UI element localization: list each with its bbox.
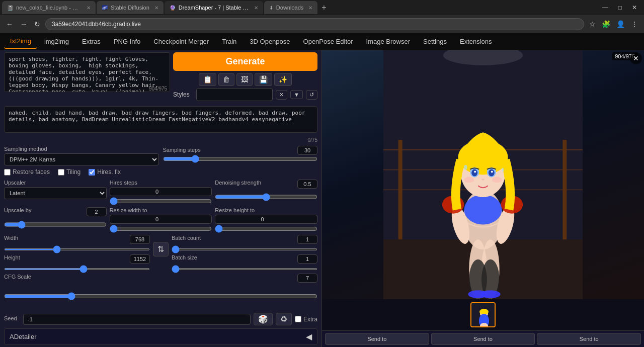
hires-steps-input[interactable] bbox=[110, 187, 212, 196]
apply-style-button[interactable]: ✨ bbox=[274, 73, 292, 86]
left-panel: 904/975 Generate 📋 🗑 🖼 💾 ✨ Styles ✕ ▼ ↺ bbox=[0, 50, 322, 347]
tab-close-colab[interactable]: ✕ bbox=[87, 5, 91, 11]
sampling-steps-slider[interactable] bbox=[163, 155, 318, 163]
paste-button[interactable]: 📋 bbox=[199, 73, 216, 86]
upscaler-group: Upscaler Latent bbox=[4, 180, 107, 205]
positive-prompt-input[interactable] bbox=[4, 52, 170, 92]
generate-button[interactable]: Generate bbox=[173, 52, 317, 71]
styles-input[interactable] bbox=[196, 88, 273, 101]
resize-width-slider[interactable] bbox=[110, 225, 212, 233]
swap-dimensions-button[interactable]: ⇅ bbox=[153, 242, 169, 256]
tab-icon-downloads: ⬇ bbox=[269, 5, 273, 11]
main-image-area: ✕ bbox=[322, 50, 644, 299]
menu-button[interactable]: ⋮ bbox=[629, 19, 640, 29]
nav-item-img2img[interactable]: img2img bbox=[38, 35, 75, 48]
width-slider[interactable] bbox=[4, 248, 150, 250]
sampling-steps-value: 30 bbox=[297, 146, 317, 155]
styles-dropdown-button[interactable]: ▼ bbox=[290, 90, 303, 99]
tiling-checkbox[interactable]: Tiling bbox=[58, 168, 80, 176]
upscaler-select[interactable]: Latent bbox=[4, 187, 107, 199]
nav-item-3dopenpose[interactable]: 3D Openpose bbox=[244, 35, 296, 48]
bookmark-button[interactable]: ☆ bbox=[587, 19, 598, 29]
tab-stable-diffusion[interactable]: 🌌 Stable Diffusion ✕ bbox=[97, 1, 164, 14]
seed-recycle-button[interactable]: ♻ bbox=[276, 313, 292, 325]
back-button[interactable]: ← bbox=[4, 19, 15, 29]
profile-button[interactable]: 👤 bbox=[614, 19, 627, 29]
extensions-button[interactable]: 🧩 bbox=[600, 19, 612, 29]
negative-prompt-counter: 0/75 bbox=[4, 137, 317, 143]
tab-close-dream[interactable]: ✕ bbox=[254, 5, 258, 11]
nav-item-settings[interactable]: Settings bbox=[417, 35, 453, 48]
style-save-button[interactable]: 💾 bbox=[255, 73, 272, 86]
generated-image-display bbox=[322, 50, 644, 299]
nav-item-checkpoint[interactable]: Checkpoint Merger bbox=[147, 35, 215, 48]
nav-item-train[interactable]: Train bbox=[216, 35, 243, 48]
positive-prompt-counter: 904/975 bbox=[149, 86, 167, 92]
hires-fix-checkbox[interactable]: Hires. fix bbox=[89, 168, 121, 176]
extra-networks-button[interactable]: 🖼 bbox=[236, 73, 253, 86]
batch-count-label: Batch count bbox=[172, 235, 201, 242]
negative-prompt-input[interactable] bbox=[4, 106, 317, 133]
thumbnail-1[interactable] bbox=[470, 302, 496, 327]
send-to-button-3[interactable]: Send to bbox=[537, 333, 641, 345]
sampling-steps-label: Sampling steps bbox=[163, 147, 201, 153]
hires-steps-slider[interactable] bbox=[110, 197, 212, 205]
minimize-button[interactable]: — bbox=[597, 0, 613, 15]
tab-downloads[interactable]: ⬇ Downloads ✕ bbox=[264, 1, 317, 14]
height-slider[interactable] bbox=[4, 268, 150, 270]
address-input[interactable] bbox=[45, 18, 584, 30]
svg-point-31 bbox=[502, 168, 504, 172]
nav-item-txt2img[interactable]: txt2img bbox=[4, 34, 37, 49]
width-value: 768 bbox=[130, 235, 150, 244]
checkbox-row: Restore faces Tiling Hires. fix bbox=[4, 168, 317, 176]
nav-item-extensions[interactable]: Extensions bbox=[454, 35, 498, 48]
height-label: Height bbox=[4, 254, 20, 262]
close-button[interactable]: ✕ bbox=[627, 0, 642, 15]
svg-point-29 bbox=[492, 177, 502, 183]
tab-close-sd[interactable]: ✕ bbox=[154, 5, 158, 11]
resize-height-input[interactable] bbox=[215, 215, 317, 224]
seed-dice-button[interactable]: 🎲 bbox=[254, 313, 273, 325]
resize-width-input[interactable] bbox=[110, 215, 212, 224]
styles-x-button[interactable]: ✕ bbox=[276, 90, 287, 100]
forward-button[interactable]: → bbox=[18, 19, 29, 29]
cfg-scale-value: 7 bbox=[297, 274, 317, 283]
nav-item-pnginfo[interactable]: PNG Info bbox=[108, 35, 146, 48]
new-tab-button[interactable]: + bbox=[318, 3, 329, 12]
right-panel: 904/975 ✕ bbox=[322, 50, 644, 347]
tab-close-downloads[interactable]: ✕ bbox=[308, 5, 312, 11]
tab-icon-dream: 🔮 bbox=[170, 5, 176, 11]
sampling-method-select[interactable]: DPM++ 2M Karras bbox=[4, 153, 159, 165]
seed-input[interactable] bbox=[23, 314, 251, 325]
batch-group: Batch count 1 Batch size 1 bbox=[172, 235, 317, 272]
restore-faces-checkbox[interactable]: Restore faces bbox=[4, 168, 50, 176]
batch-count-slider[interactable] bbox=[172, 248, 317, 250]
upscale-by-slider[interactable] bbox=[4, 216, 107, 233]
tab-colaboratory[interactable]: 📓 new_colab_file.ipynb - Colabora... ✕ bbox=[2, 1, 96, 14]
denoising-slider[interactable] bbox=[215, 189, 317, 205]
extra-checkbox[interactable]: Extra bbox=[295, 316, 317, 323]
adetailer-label: ADetailer bbox=[10, 333, 36, 340]
styles-refresh-button[interactable]: ↺ bbox=[306, 90, 317, 100]
upscale-by-value: 2 bbox=[87, 207, 107, 216]
maximize-button[interactable]: □ bbox=[613, 0, 627, 15]
clear-button[interactable]: 🗑 bbox=[218, 73, 234, 86]
send-to-button-2[interactable]: Send to bbox=[431, 333, 535, 345]
nav-item-extras[interactable]: Extras bbox=[76, 35, 107, 48]
resize-height-slider[interactable] bbox=[215, 225, 317, 233]
batch-size-slider[interactable] bbox=[172, 268, 317, 270]
upscale-by-group: Upscale by 2 bbox=[4, 207, 107, 233]
app-nav: txt2img img2img Extras PNG Info Checkpoi… bbox=[0, 33, 644, 50]
resize-width-group: Resize width to bbox=[110, 207, 212, 233]
nav-item-openpose-editor[interactable]: OpenPose Editor bbox=[297, 35, 359, 48]
tab-dreamshaper[interactable]: 🔮 DreamShaper - 7 | Stable Diffusi... ✕ bbox=[165, 1, 263, 14]
nav-item-image-browser[interactable]: Image Browser bbox=[360, 35, 416, 48]
cfg-scale-slider[interactable] bbox=[4, 284, 317, 309]
send-to-button-1[interactable]: Send to bbox=[325, 333, 429, 345]
sampling-steps-group: Sampling steps 30 bbox=[163, 146, 318, 163]
adetailer-section[interactable]: ADetailer ◀ bbox=[4, 328, 317, 345]
reload-button[interactable]: ↻ bbox=[32, 19, 42, 29]
close-image-button[interactable]: ✕ bbox=[630, 52, 642, 64]
main-content: 904/975 Generate 📋 🗑 🖼 💾 ✨ Styles ✕ ▼ ↺ bbox=[0, 50, 644, 347]
adetailer-collapse-button[interactable]: ◀ bbox=[306, 332, 312, 341]
